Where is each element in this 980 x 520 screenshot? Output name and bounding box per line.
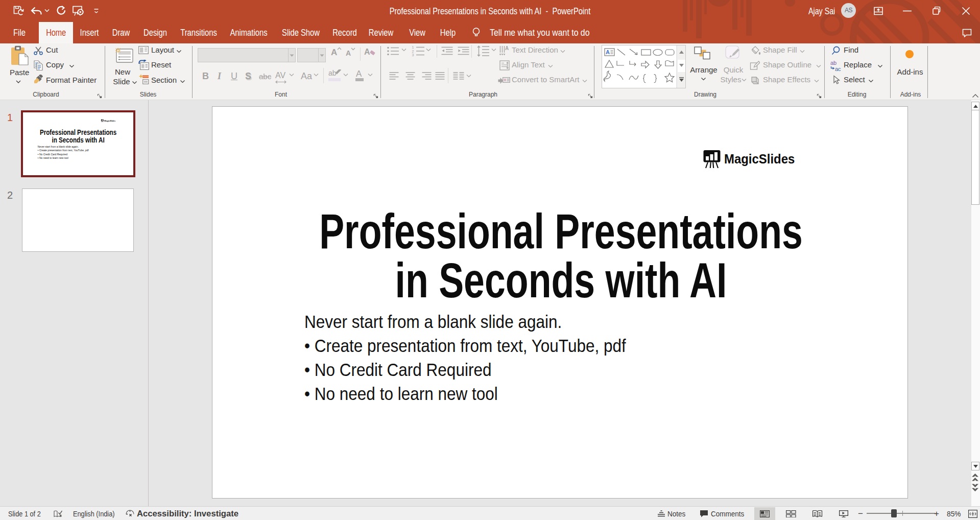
svg-text:A: A bbox=[606, 49, 610, 55]
svg-text:3: 3 bbox=[412, 53, 414, 57]
svg-text:A: A bbox=[505, 45, 509, 51]
svg-text:ab: ab bbox=[830, 60, 836, 66]
svg-text:1: 1 bbox=[412, 45, 414, 49]
svg-text:ac: ac bbox=[835, 66, 841, 72]
svg-text:2: 2 bbox=[412, 50, 414, 53]
